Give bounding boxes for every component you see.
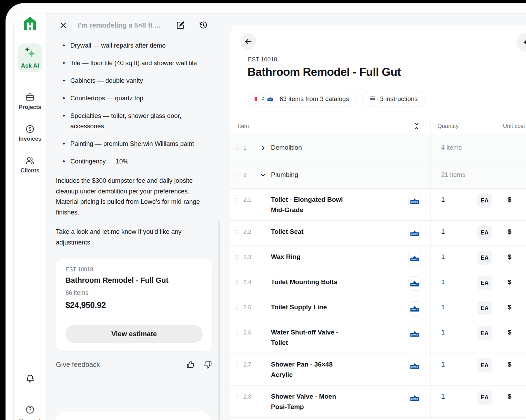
quantity-value[interactable]: 1 (441, 252, 445, 262)
drag-handle-icon[interactable] (235, 254, 239, 260)
table-group-row[interactable]: 2 Plumbing 21 items (230, 161, 526, 189)
lowes-vendor-badge[interactable]: LOWE'S (408, 251, 421, 266)
item-number: 2.4 (243, 277, 255, 287)
handoff-logo-icon[interactable] (22, 15, 38, 32)
column-header-quantity[interactable]: Quantity (437, 123, 458, 129)
catalogs-badge[interactable]: LOWE'S 63 items from 3 catalogs (248, 91, 357, 107)
chat-message-input[interactable] (56, 412, 211, 420)
column-header-item[interactable]: Item (238, 123, 249, 129)
ai-sparkle-button[interactable] (516, 33, 526, 52)
drag-handle-icon[interactable] (235, 280, 239, 286)
unit-badge[interactable]: EA (477, 358, 492, 372)
drag-handle-icon[interactable] (235, 197, 239, 203)
table-group-row[interactable]: 1 Demolition 4 items (230, 134, 526, 161)
svg-text:LOWE'S: LOWE'S (411, 366, 418, 368)
quantity-value[interactable]: 1 (441, 302, 445, 312)
unit-cost-value[interactable]: $ (508, 196, 512, 203)
thumbs-down-icon[interactable] (204, 360, 212, 369)
item-name[interactable]: Water Shut-off Valve - Toilet (271, 327, 352, 348)
lowes-vendor-badge[interactable]: LOWE'S (408, 359, 421, 373)
group-number: 1 (243, 144, 255, 151)
chat-bullet-item: Contingency — 10% (63, 156, 212, 167)
instructions-badge[interactable]: 3 instructions (362, 91, 426, 107)
drag-handle-icon[interactable] (235, 145, 239, 151)
item-name[interactable]: Wax Ring (271, 252, 301, 262)
view-estimate-button[interactable]: View estimate (65, 325, 203, 343)
unit-cost-value[interactable]: $ (508, 329, 512, 336)
sidebar-item-invoices[interactable]: $ Invoices (19, 124, 41, 142)
quantity-value[interactable]: 1 (441, 227, 445, 237)
new-chat-compose-icon[interactable] (176, 21, 185, 30)
drag-handle-icon[interactable] (235, 305, 239, 311)
quantity-value[interactable]: 1 (441, 359, 445, 370)
item-name[interactable]: Shower Valve - Moen Posi-Temp (271, 391, 352, 412)
table-item-row[interactable]: 2.7 Shower Pan - 36×48 Acrylic LOWE'S 1 … (230, 353, 526, 386)
drag-handle-icon[interactable] (235, 172, 239, 178)
collapse-all-icon[interactable] (413, 122, 421, 130)
lowes-vendor-badge[interactable]: LOWE'S (408, 301, 421, 316)
quantity-value[interactable]: 1 (441, 327, 445, 338)
lowes-vendor-badge[interactable]: LOWE'S (408, 276, 421, 291)
lowes-vendor-badge[interactable]: LOWE'S (408, 391, 421, 405)
chevron-right-icon[interactable] (255, 145, 271, 151)
unit-badge[interactable]: EA (477, 390, 492, 404)
unit-badge[interactable]: EA (477, 226, 492, 240)
table-item-row[interactable]: 2.9 Shower Head - Moen LOWE'S 1 EA $ (230, 418, 526, 420)
unit-cost-value[interactable]: $ (508, 228, 512, 235)
table-item-row[interactable]: 2.4 Toilet Mounting Bolts LOWE'S 1 EA $ (230, 271, 526, 296)
svg-text:LOWE'S: LOWE'S (411, 258, 418, 260)
drag-handle-icon[interactable] (235, 362, 239, 368)
unit-badge[interactable]: EA (477, 276, 492, 290)
column-header-unit-cost[interactable]: Unit cost (503, 123, 525, 129)
estimate-id: EST-10018 (248, 56, 526, 63)
table-item-row[interactable]: 2.6 Water Shut-off Valve - Toilet LOWE'S… (230, 321, 526, 353)
lowes-vendor-badge[interactable]: LOWE'S (408, 327, 421, 341)
drag-handle-icon[interactable] (235, 229, 239, 235)
unit-badge[interactable]: EA (477, 193, 492, 208)
unit-cost-value[interactable]: $ (508, 361, 512, 368)
item-name[interactable]: Toilet Seat (271, 227, 304, 237)
unit-cost-value[interactable]: $ (508, 253, 512, 260)
back-button[interactable] (240, 33, 256, 49)
unit-badge[interactable]: EA (477, 301, 492, 315)
table-item-row[interactable]: 2.2 Toilet Seat LOWE'S 1 EA $ (230, 221, 526, 246)
quantity-value[interactable]: 1 (441, 194, 445, 205)
table-item-row[interactable]: 2.5 Toilet Supply Line LOWE'S 1 EA $ (230, 296, 526, 321)
list-lines-icon (369, 95, 376, 103)
instructions-badge-label: 3 instructions (380, 95, 418, 103)
unit-cost-value[interactable]: $ (508, 393, 512, 400)
notifications-bell-icon[interactable] (25, 373, 35, 383)
item-name[interactable]: Toilet Mounting Bolts (271, 277, 337, 287)
table-item-row[interactable]: 2.3 Wax Ring LOWE'S 1 EA $ (230, 246, 526, 271)
badges-row: LOWE'S 63 items from 3 catalogs 3 instru… (230, 84, 526, 109)
lowes-vendor-badge[interactable]: LOWE'S (408, 226, 421, 240)
svg-text:LOWE'S: LOWE'S (411, 233, 418, 235)
ask-ai-label: Ask AI (21, 62, 39, 69)
sidebar-item-clients[interactable]: Clients (20, 156, 39, 174)
thumbs-up-icon[interactable] (186, 360, 195, 369)
chevron-down-icon[interactable] (255, 172, 271, 178)
unit-cost-value[interactable]: $ (508, 303, 512, 311)
close-chat-button[interactable] (59, 21, 67, 29)
unit-cost-value[interactable]: $ (508, 278, 512, 286)
item-name[interactable]: Toilet - Elongated Bowl Mid-Grade (271, 194, 352, 215)
unit-badge[interactable]: EA (477, 326, 492, 340)
drag-handle-icon[interactable] (235, 330, 239, 336)
quantity-value[interactable]: 1 (441, 277, 445, 287)
item-name[interactable]: Toilet Supply Line (271, 302, 327, 312)
chat-history-icon[interactable] (199, 21, 208, 30)
lowes-vendor-badge[interactable]: LOWE'S (408, 194, 421, 208)
table-item-row[interactable]: 2.1 Toilet - Elongated Bowl Mid-Grade LO… (230, 189, 526, 221)
drag-handle-icon[interactable] (235, 394, 239, 400)
sidebar-divider (17, 38, 43, 38)
chat-scrollbar[interactable] (218, 221, 220, 420)
unit-badge[interactable]: EA (477, 251, 492, 265)
ask-ai-button[interactable]: Ask AI (18, 43, 42, 72)
item-name[interactable]: Shower Pan - 36×48 Acrylic (271, 359, 352, 380)
support-button[interactable]: Support (19, 405, 41, 420)
quantity-value[interactable]: 1 (441, 391, 445, 402)
chat-bullet-item: Painting — premium Sherwin Williams pain… (63, 139, 212, 149)
sidebar-item-projects[interactable]: Projects (19, 92, 41, 110)
table-item-row[interactable]: 2.8 Shower Valve - Moen Posi-Temp LOWE'S… (230, 386, 526, 418)
chat-thread-title[interactable]: I'm remodeling a 5×8 ft ... (78, 21, 176, 29)
